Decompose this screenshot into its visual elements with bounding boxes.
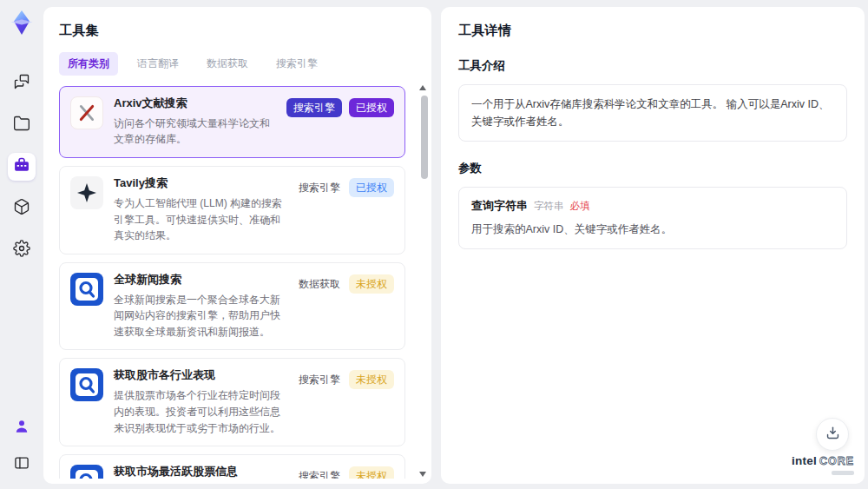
- sidebar-item-tools[interactable]: [8, 153, 36, 181]
- layout-panel-icon: [13, 454, 30, 475]
- package-icon: [13, 198, 30, 219]
- blue-search-icon: [70, 368, 103, 401]
- folder-icon: [13, 115, 30, 135]
- gear-icon: [13, 240, 30, 261]
- scrollbar-up-arrow-icon[interactable]: [419, 85, 426, 90]
- category-tab[interactable]: 语言翻译: [128, 52, 187, 76]
- param-head: 查询字符串 字符串 必填: [471, 198, 834, 214]
- blue-search-icon: [70, 273, 103, 306]
- tool-description: 专为人工智能代理 (LLM) 构建的搜索引擎工具。可快速提供实时、准确和真实的结…: [114, 195, 286, 244]
- rail-nav: [8, 69, 36, 264]
- tool-card-body: Tavily搜索 专为人工智能代理 (LLM) 构建的搜索引擎工具。可快速提供实…: [114, 176, 286, 244]
- app-window: 工具集 所有类别语言翻译数据获取搜索引擎 Arxiv文献搜索 访问各个研究领域大…: [0, 0, 868, 489]
- intel-logo-subscript: [832, 471, 854, 475]
- tool-name: Arxiv文献搜索: [114, 96, 276, 111]
- tool-name: 获取市场最活跃股票信息: [114, 465, 286, 479]
- tool-intro-text: 一个用于从Arxiv存储库搜索科学论文和文章的工具。 输入可以是Arxiv ID…: [471, 96, 834, 130]
- intel-brand-text: intel: [792, 454, 817, 467]
- download-icon: [825, 425, 841, 444]
- tool-badges: 搜索引擎 已授权: [297, 176, 394, 197]
- tool-auth-badge: 未授权: [349, 466, 394, 479]
- params-heading: 参数: [458, 161, 847, 176]
- icon-rail: [0, 0, 43, 489]
- scrollbar-thumb[interactable]: [421, 96, 428, 179]
- tool-list: Arxiv文献搜索 访问各个研究领域大量科学论文和文章的存储库。 搜索引擎 已授…: [59, 86, 419, 479]
- tool-badges: 数据获取 未授权: [297, 273, 394, 294]
- sidebar-item-user[interactable]: [8, 414, 36, 442]
- tool-card[interactable]: Arxiv文献搜索 访问各个研究领域大量科学论文和文章的存储库。 搜索引擎 已授…: [59, 86, 405, 158]
- sidebar-item-settings[interactable]: [8, 236, 36, 264]
- tool-category-badge: 搜索引擎: [297, 370, 342, 389]
- tool-auth-badge: 已授权: [349, 98, 394, 117]
- param-type: 字符串: [534, 200, 564, 213]
- tool-name: Tavily搜索: [114, 176, 286, 191]
- tool-category-badge: 数据获取: [297, 274, 342, 294]
- tool-intro-box: 一个用于从Arxiv存储库搜索科学论文和文章的工具。 输入可以是Arxiv ID…: [458, 84, 847, 142]
- tool-auth-badge: 未授权: [349, 370, 394, 389]
- chat-icon: [13, 73, 30, 94]
- param-required-badge: 必填: [570, 200, 590, 213]
- tool-card-body: 全球新闻搜索 全球新闻搜索是一个聚合全球各大新闻网站内容的搜索引擎，帮助用户快速…: [114, 273, 286, 340]
- sidebar-item-panel[interactable]: [8, 451, 36, 479]
- tool-intro-heading: 工具介绍: [458, 58, 847, 74]
- app-logo-icon: [7, 7, 36, 38]
- tool-auth-badge: 未授权: [349, 274, 394, 294]
- arxiv-logo-icon: [70, 96, 103, 129]
- toolset-title: 工具集: [59, 23, 419, 39]
- category-tabs: 所有类别语言翻译数据获取搜索引擎: [59, 52, 419, 76]
- tavily-star-icon: [70, 176, 103, 209]
- tool-detail-panel: 工具详情 工具介绍 一个用于从Arxiv存储库搜索科学论文和文章的工具。 输入可…: [441, 7, 865, 484]
- tool-name: 全球新闻搜索: [114, 273, 286, 287]
- tool-card-body: 获取市场最活跃股票信息 提供当天交易量最高的股票列表，投资者可以利用这些信息来识…: [114, 465, 286, 479]
- tool-card[interactable]: 获取股市各行业表现 提供股票市场各个行业在特定时间段内的表现。投资者可以利用这些…: [59, 358, 405, 446]
- tool-detail-title: 工具详情: [458, 23, 847, 39]
- tool-name: 获取股市各行业表现: [114, 368, 286, 383]
- tool-card-body: 获取股市各行业表现 提供股票市场各个行业在特定时间段内的表现。投资者可以利用这些…: [114, 368, 286, 436]
- param-name: 查询字符串: [471, 198, 528, 214]
- download-button[interactable]: [816, 418, 849, 451]
- tool-card[interactable]: 全球新闻搜索 全球新闻搜索是一个聚合全球各大新闻网站内容的搜索引擎，帮助用户快速…: [59, 262, 405, 351]
- tool-badges: 搜索引擎 已授权: [286, 96, 394, 117]
- tool-category-badge: 搜索引擎: [286, 98, 342, 117]
- tool-description: 全球新闻搜索是一个聚合全球各大新闻网站内容的搜索引擎，帮助用户快速获取全球最新资…: [114, 292, 286, 340]
- sidebar-item-files[interactable]: [8, 111, 36, 139]
- blue-search-icon: [70, 465, 103, 479]
- tool-badges: 搜索引擎 未授权: [297, 368, 394, 389]
- category-tab[interactable]: 搜索引擎: [267, 52, 326, 76]
- param-description: 用于搜索的Arxiv ID、关键字或作者姓名。: [471, 221, 834, 238]
- toolbox-icon: [13, 156, 30, 177]
- param-box: 查询字符串 字符串 必填 用于搜索的Arxiv ID、关键字或作者姓名。: [458, 187, 847, 249]
- user-icon: [13, 418, 30, 439]
- tool-card[interactable]: Tavily搜索 专为人工智能代理 (LLM) 构建的搜索引擎工具。可快速提供实…: [59, 166, 405, 254]
- scrollbar-down-arrow-icon[interactable]: [419, 472, 426, 477]
- tool-badges: 搜索引擎 未授权: [297, 465, 394, 479]
- intel-core-logo: intelCORE: [792, 453, 854, 475]
- core-brand-text: CORE: [819, 455, 854, 467]
- sidebar-item-chat[interactable]: [8, 69, 36, 97]
- tool-category-badge: 搜索引擎: [297, 466, 342, 479]
- category-tab[interactable]: 所有类别: [59, 52, 118, 76]
- tool-card-body: Arxiv文献搜索 访问各个研究领域大量科学论文和文章的存储库。: [114, 96, 276, 148]
- toolset-panel: 工具集 所有类别语言翻译数据获取搜索引擎 Arxiv文献搜索 访问各个研究领域大…: [43, 7, 431, 484]
- tool-description: 提供股票市场各个行业在特定时间段内的表现。投资者可以利用这些信息来识别表现优于或…: [114, 387, 286, 436]
- tool-card[interactable]: 获取市场最活跃股票信息 提供当天交易量最高的股票列表，投资者可以利用这些信息来识…: [59, 454, 405, 479]
- tool-category-badge: 搜索引擎: [297, 178, 342, 197]
- sidebar-item-packages[interactable]: [8, 195, 36, 222]
- rail-bottom: [8, 414, 36, 479]
- category-tab[interactable]: 数据获取: [198, 52, 257, 76]
- tool-auth-badge: 已授权: [349, 178, 394, 197]
- tool-description: 访问各个研究领域大量科学论文和文章的存储库。: [114, 116, 276, 148]
